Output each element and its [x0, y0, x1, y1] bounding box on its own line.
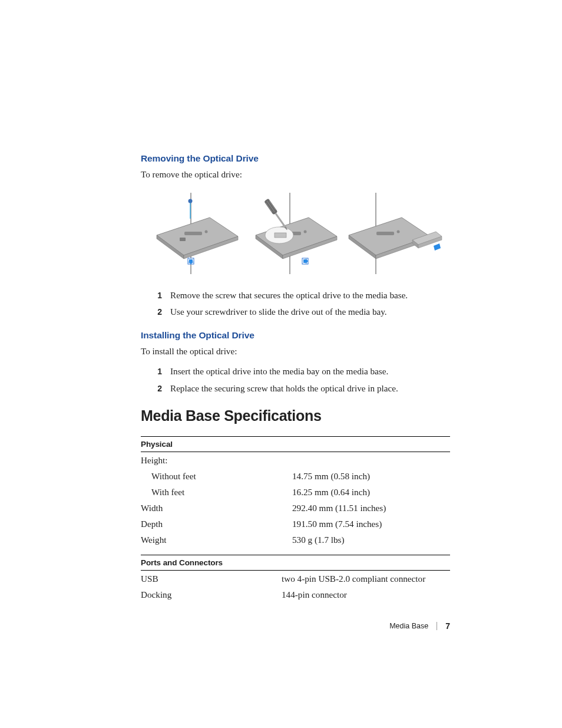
intro-installing: To install the optical drive:: [141, 345, 450, 358]
steps-installing: 1 Insert the optical drive into the medi…: [141, 365, 450, 394]
svg-rect-18: [275, 233, 286, 238]
step-number: 2: [156, 383, 162, 394]
spec-label: Width: [141, 500, 292, 516]
spec-row-weight: Weight 530 g (1.7 lbs): [141, 532, 450, 548]
svg-rect-20: [275, 213, 286, 228]
spec-value: 530 g (1.7 lbs): [292, 532, 450, 548]
step-removing-1: 1 Remove the screw that secures the opti…: [156, 289, 450, 302]
spec-row-depth: Depth 191.50 mm (7.54 inches): [141, 516, 450, 532]
spec-section-ports: Ports and Connectors: [141, 555, 450, 571]
step-removing-2: 2 Use your screwdriver to slide the driv…: [156, 306, 450, 318]
svg-point-16: [303, 230, 306, 233]
spec-table-physical: Physical Height: Without feet 14.75 mm (…: [141, 436, 450, 548]
figure-panel-2: [246, 189, 345, 278]
step-text: Remove the screw that secures the optica…: [170, 289, 408, 302]
figure-optical-drive-removal: [141, 189, 450, 278]
spec-row-docking: Docking 144-pin connector: [141, 587, 450, 602]
heading-media-base-specifications: Media Base Specifications: [141, 407, 450, 424]
step-text: Use your screwdriver to slide the drive …: [170, 306, 387, 318]
svg-point-32: [396, 230, 399, 233]
spec-row-with-feet: With feet 16.25 mm (0.64 inch): [141, 484, 450, 500]
figure-panel-1: [147, 189, 246, 278]
spec-label: Without feet: [141, 468, 292, 484]
step-installing-2: 2 Replace the securing screw that holds …: [156, 383, 450, 395]
step-number: 2: [156, 307, 162, 318]
spec-table-ports: Ports and Connectors USB two 4-pin USB-2…: [141, 555, 450, 602]
svg-point-5: [204, 230, 207, 233]
step-installing-1: 1 Insert the optical drive into the medi…: [156, 365, 450, 378]
spec-value: [292, 452, 450, 469]
spec-value: two 4-pin USB-2.0 compliant connector: [282, 571, 450, 587]
svg-marker-28: [349, 218, 430, 255]
spec-label: Depth: [141, 516, 292, 532]
step-number: 1: [156, 366, 162, 377]
spec-value: 16.25 mm (0.64 inch): [292, 484, 450, 500]
spec-value: 144-pin connector: [282, 587, 450, 602]
step-text: Insert the optical drive into the media …: [170, 365, 388, 378]
spec-label: With feet: [141, 484, 292, 500]
page-footer: Media Base 7: [389, 621, 450, 631]
svg-marker-1: [157, 218, 238, 255]
step-text: Replace the securing screw that holds th…: [170, 383, 398, 395]
svg-rect-4: [184, 232, 202, 235]
heading-removing-optical-drive: Removing the Optical Drive: [141, 153, 450, 164]
spec-label: Height:: [141, 452, 292, 469]
spec-value: 292.40 mm (11.51 inches): [292, 500, 450, 516]
spec-label: USB: [141, 571, 282, 587]
spec-row-height: Height:: [141, 452, 450, 469]
figure-panel-3: [345, 189, 444, 278]
svg-rect-31: [376, 232, 394, 235]
spec-label: Weight: [141, 532, 292, 548]
step-number: 1: [156, 290, 162, 301]
spec-label: Docking: [141, 587, 282, 602]
intro-removing: To remove the optical drive:: [141, 169, 450, 181]
svg-point-8: [188, 199, 192, 203]
heading-installing-optical-drive: Installing the Optical Drive: [141, 330, 450, 341]
footer-page-number: 7: [445, 621, 450, 631]
page: Removing the Optical Drive To remove the…: [0, 0, 562, 728]
steps-removing: 1 Remove the screw that secures the opti…: [141, 289, 450, 318]
spec-row-width: Width 292.40 mm (11.51 inches): [141, 500, 450, 516]
footer-divider: [437, 622, 437, 630]
spec-row-usb: USB two 4-pin USB-2.0 compliant connecto…: [141, 571, 450, 587]
svg-rect-6: [180, 238, 186, 241]
spec-value: 14.75 mm (0.58 inch): [292, 468, 450, 484]
svg-marker-36: [434, 243, 441, 251]
spec-section-physical: Physical: [141, 437, 450, 452]
spec-row-without-feet: Without feet 14.75 mm (0.58 inch): [141, 468, 450, 484]
footer-title: Media Base: [389, 622, 428, 630]
spec-value: 191.50 mm (7.54 inches): [292, 516, 450, 532]
